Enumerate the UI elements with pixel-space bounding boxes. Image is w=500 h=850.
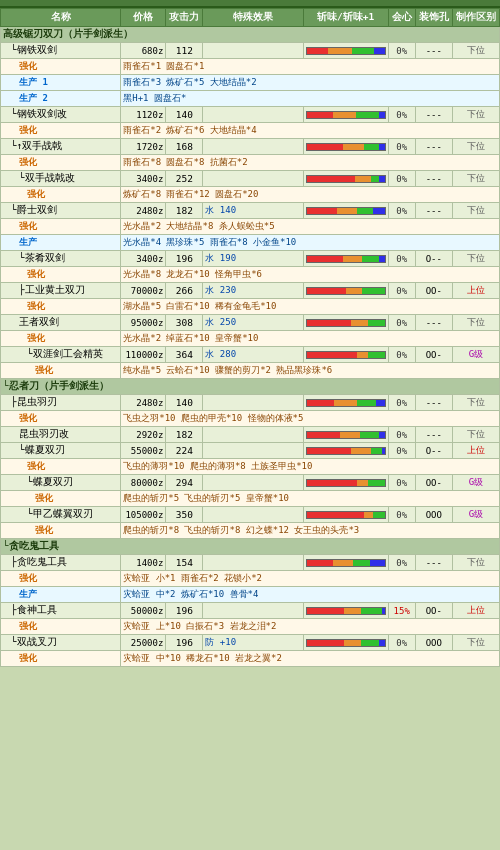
row-name: 强化 (1, 411, 121, 427)
weapon-sharpness (303, 555, 388, 571)
weapon-price: 55000z (121, 443, 166, 459)
weapon-heart: 0% (388, 555, 415, 571)
col-name: 名称 (1, 9, 121, 27)
table-row: ├昆虫羽刃 2480z 140 0% --- 下位 (1, 395, 500, 411)
weapon-name: ├工业黄土双刀 (1, 283, 121, 299)
weapon-rank: 下位 (452, 43, 499, 59)
weapon-craft: --- (415, 43, 452, 59)
weapon-rank: 下位 (452, 139, 499, 155)
table-row: 强化 灾蛤亚 中*10 稀龙石*10 岩龙之翼*2 (1, 651, 500, 667)
weapon-atk: 252 (166, 171, 203, 187)
weapon-special (203, 475, 303, 491)
weapon-craft: --- (415, 171, 452, 187)
enhance-materials: 飞虫之羽*10 爬虫的甲壳*10 怪物的体液*5 (121, 411, 500, 427)
weapon-name: 昆虫羽刃改 (1, 427, 121, 443)
weapon-name: ├昆虫羽刃 (1, 395, 121, 411)
weapon-price: 3400z (121, 251, 166, 267)
weapon-price: 1400z (121, 555, 166, 571)
weapon-atk: 196 (166, 603, 203, 619)
enhance-tag: 强化 (19, 621, 37, 631)
weapon-heart: 0% (388, 635, 415, 651)
col-heart: 会心 (388, 9, 415, 27)
weapon-craft: --- (415, 107, 452, 123)
weapon-heart: 0% (388, 171, 415, 187)
weapon-special: 水 230 (203, 283, 303, 299)
table-row: 生产 光水晶*4 黑珍珠*5 雨雀石*8 小金鱼*10 (1, 235, 500, 251)
enhance-materials: 爬虫的斩刃*5 飞虫的斩刃*5 皇帝蟹*10 (121, 491, 500, 507)
weapon-atk: 140 (166, 395, 203, 411)
weapon-rank: 下位 (452, 315, 499, 331)
weapon-heart: 0% (388, 395, 415, 411)
weapon-special (203, 603, 303, 619)
row-name: 强化 (1, 123, 121, 139)
weapon-name: └双涯剑工会精英 (1, 347, 121, 363)
weapon-price: 1120z (121, 107, 166, 123)
table-row: 强化 光水晶*8 龙龙石*10 怪角甲虫*6 (1, 267, 500, 283)
enhance-tag: 强化 (27, 189, 45, 199)
enhance-tag: 强化 (35, 525, 53, 535)
table-row: 王者双剑 95000z 308 水 250 0% --- 下位 (1, 315, 500, 331)
row-name: 强化 (1, 571, 121, 587)
weapon-rank: 下位 (452, 251, 499, 267)
table-row: ├贪吃鬼工具 1400z 154 0% --- 下位 (1, 555, 500, 571)
weapon-sharpness (303, 43, 388, 59)
enhance-materials: 爬虫的斩刃*8 飞虫的斩刃*8 幻之蝶*12 女王虫的头壳*3 (121, 523, 500, 539)
weapon-special (203, 555, 303, 571)
table-row: └双战叉刀 25000z 196 防 +10 0% OOO 下位 (1, 635, 500, 651)
enhance-materials: 光水晶*8 龙龙石*10 怪角甲虫*6 (121, 267, 500, 283)
enhance-tag: 强化 (35, 365, 53, 375)
weapon-heart: 0% (388, 475, 415, 491)
weapon-craft: OOO (415, 635, 452, 651)
weapon-price: 95000z (121, 315, 166, 331)
weapon-rank: 下位 (452, 427, 499, 443)
row-name: 强化 (1, 619, 121, 635)
weapon-rank: 上位 (452, 283, 499, 299)
row-name: 强化 (1, 459, 121, 475)
weapon-craft: OO- (415, 603, 452, 619)
row-name: 强化 (1, 363, 121, 379)
enhance-tag: 强化 (19, 157, 37, 167)
weapon-price: 3400z (121, 171, 166, 187)
weapon-heart: 0% (388, 427, 415, 443)
row-name: 强化 (1, 219, 121, 235)
weapon-atk: 308 (166, 315, 203, 331)
table-row: 强化 炼矿石*8 雨雀石*12 圆盘石*20 (1, 187, 500, 203)
enhance-materials: 光水晶*2 绰蓝石*10 皇帝蟹*10 (121, 331, 500, 347)
table-row: 强化 爬虫的斩刃*5 飞虫的斩刃*5 皇帝蟹*10 (1, 491, 500, 507)
enhance-materials: 光水晶*2 大地结晶*8 杀人蜈蚣虫*5 (121, 219, 500, 235)
enhance-materials: 雨雀石*1 圆盘石*1 (121, 59, 500, 75)
weapon-sharpness (303, 203, 388, 219)
produce-materials: 雨雀石*3 炼矿石*5 大地结晶*2 (121, 75, 500, 91)
table-row: 生产 2 黑H+1 圆盘石* (1, 91, 500, 107)
weapon-atk: 196 (166, 251, 203, 267)
weapon-name: └↑双手战戟 (1, 139, 121, 155)
weapon-price: 50000z (121, 603, 166, 619)
table-row: └双手战戟改 3400z 252 0% --- 下位 (1, 171, 500, 187)
weapon-price: 2480z (121, 203, 166, 219)
row-name: 强化 (1, 523, 121, 539)
weapon-sharpness (303, 171, 388, 187)
enhance-tag: 强化 (27, 333, 45, 343)
produce-tag: 生产 (19, 589, 37, 599)
enhance-tag: 强化 (27, 269, 45, 279)
weapon-sharpness (303, 315, 388, 331)
weapon-special: 水 280 (203, 347, 303, 363)
weapon-name: └爵士双剑 (1, 203, 121, 219)
table-row: 强化 飞虫之羽*10 爬虫的甲壳*10 怪物的体液*5 (1, 411, 500, 427)
weapon-craft: --- (415, 203, 452, 219)
weapon-heart: 0% (388, 283, 415, 299)
enhance-materials: 雨雀石*8 圆盘石*8 抗菌石*2 (121, 155, 500, 171)
weapon-special (203, 43, 303, 59)
row-name: 生产 (1, 587, 121, 603)
table-row: └忍者刀（片手剑派生） (1, 379, 500, 395)
category-label: └贪吃鬼工具 (1, 539, 500, 555)
weapon-special: 水 140 (203, 203, 303, 219)
table-row: └↑双手战戟 1720z 168 0% --- 下位 (1, 139, 500, 155)
table-row: 强化 光水晶*2 绰蓝石*10 皇帝蟹*10 (1, 331, 500, 347)
enhance-materials: 灾蛤亚 中*10 稀龙石*10 岩龙之翼*2 (121, 651, 500, 667)
table-row: 强化 雨雀石*2 炼矿石*6 大地结晶*4 (1, 123, 500, 139)
produce-materials: 灾蛤亚 中*2 炼矿石*10 兽骨*4 (121, 587, 500, 603)
weapon-price: 25000z (121, 635, 166, 651)
weapon-craft: --- (415, 555, 452, 571)
weapon-craft: O-- (415, 443, 452, 459)
